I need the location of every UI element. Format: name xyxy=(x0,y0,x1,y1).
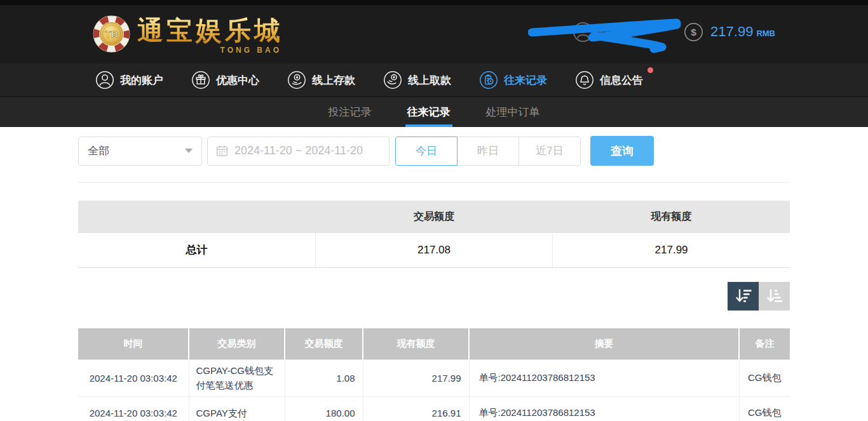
deposit-icon xyxy=(287,70,306,90)
currency-label: RMB xyxy=(756,29,775,38)
wallet-balance[interactable]: $ 217.99 RMB xyxy=(684,22,775,42)
username: chengo xyxy=(600,25,639,39)
summary-total-label: 总计 xyxy=(78,233,315,267)
promo-gift-icon xyxy=(191,70,210,90)
cell-time: 2024-11-20 03:03:42 xyxy=(78,397,189,421)
sort-descending-icon xyxy=(735,288,752,304)
main-content: 全部 2024-11-20 ~ 2024-11-20 今日 昨日 近7日 查询 xyxy=(78,136,790,421)
summary-total-row: 总计 217.08 217.99 xyxy=(78,233,790,267)
withdraw-icon xyxy=(383,70,402,90)
col-header-balance: 现有额度 xyxy=(363,328,469,360)
summary-current-total: 217.99 xyxy=(553,233,790,267)
range-label: 昨日 xyxy=(477,144,499,158)
subtab-label: 往来记录 xyxy=(407,105,451,119)
cell-time: 2024-11-20 03:03:42 xyxy=(78,360,189,397)
sort-ascending-icon xyxy=(766,288,783,304)
calendar-icon xyxy=(216,145,228,157)
col-header-time: 时间 xyxy=(78,328,189,360)
tab-pending-orders[interactable]: 处理中订单 xyxy=(484,97,542,127)
tab-betting-records[interactable]: 投注记录 xyxy=(327,97,374,127)
sort-controls xyxy=(78,282,790,311)
logo-text: 通宝娱乐城 TONG BAO xyxy=(137,14,283,53)
search-button[interactable]: 查询 xyxy=(590,136,654,166)
col-header-note: 备注 xyxy=(739,328,790,360)
filter-bar: 全部 2024-11-20 ~ 2024-11-20 今日 昨日 近7日 查询 xyxy=(78,136,790,166)
cell-balance: 217.99 xyxy=(363,360,469,397)
records-header-row: 时间 交易类别 交易额度 现有额度 摘要 备注 xyxy=(78,328,790,360)
dollar-coin-icon: $ xyxy=(684,22,703,42)
summary-header-row: 交易额度 现有额度 xyxy=(78,201,790,233)
tab-transaction-records[interactable]: 往来记录 xyxy=(405,97,452,127)
nav-label: 线上存款 xyxy=(312,73,355,88)
nav-item-deposit[interactable]: 线上存款 xyxy=(287,70,355,90)
summary-table: 交易额度 现有额度 总计 217.08 217.99 xyxy=(78,201,790,268)
subtab-label: 投注记录 xyxy=(329,105,372,119)
cell-note: CG钱包 xyxy=(739,397,790,421)
records-table: 时间 交易类别 交易额度 现有额度 摘要 备注 2024-11-20 03:03… xyxy=(78,328,790,421)
records-icon xyxy=(479,70,498,90)
top-header: TB 通宝娱乐城 TONG BAO chengo $ 217.99 RMB xyxy=(0,0,868,63)
col-header-type: 交易类别 xyxy=(189,328,285,360)
sort-ascending-button[interactable] xyxy=(759,282,790,311)
range-label: 近7日 xyxy=(536,144,563,158)
main-navigation: 我的账户 优惠中心 线上存款 线上取款 xyxy=(0,63,868,97)
subtab-label: 处理中订单 xyxy=(486,105,540,119)
category-select[interactable]: 全部 xyxy=(78,137,202,166)
account-area: chengo $ 217.99 RMB xyxy=(573,0,775,63)
nav-label: 我的账户 xyxy=(120,73,163,88)
range-button-today[interactable]: 今日 xyxy=(395,137,458,166)
nav-item-transaction-records[interactable]: 往来记录 xyxy=(479,70,547,90)
user-avatar-icon xyxy=(573,22,593,43)
record-subtabs: 投注记录 往来记录 处理中订单 xyxy=(0,97,868,127)
nav-label: 往来记录 xyxy=(504,73,547,88)
nav-item-my-account[interactable]: 我的账户 xyxy=(95,70,163,90)
cell-type: CGPAY-CG钱包支付笔笔送优惠 xyxy=(189,360,285,397)
poker-chip-logo-icon: TB xyxy=(92,15,131,53)
user-group[interactable]: chengo xyxy=(573,22,639,43)
site-name-latin: TONG BAO xyxy=(220,46,281,55)
nav-item-promotions[interactable]: 优惠中心 xyxy=(191,70,259,90)
category-selected-value: 全部 xyxy=(88,144,109,158)
col-header-summary: 摘要 xyxy=(469,328,739,360)
summary-header-transaction: 交易额度 xyxy=(315,201,552,233)
summary-header-current: 现有额度 xyxy=(553,201,790,233)
site-name: 通宝娱乐城 xyxy=(137,14,283,47)
bell-icon xyxy=(575,70,594,90)
chip-monogram: TB xyxy=(105,29,118,39)
chevron-down-icon xyxy=(185,149,193,153)
sort-descending-button[interactable] xyxy=(728,282,759,311)
date-range-input[interactable]: 2024-11-20 ~ 2024-11-20 xyxy=(207,137,390,166)
cell-summary: 单号:202411203786812153 xyxy=(469,360,739,397)
nav-label: 优惠中心 xyxy=(216,73,259,88)
range-button-yesterday[interactable]: 昨日 xyxy=(457,137,519,166)
table-row: 2024-11-20 03:03:42 CGPAY-CG钱包支付笔笔送优惠 1.… xyxy=(78,360,790,397)
cell-amount: 1.08 xyxy=(285,360,363,397)
quick-range-group: 今日 昨日 近7日 xyxy=(395,137,581,166)
summary-transaction-total: 217.08 xyxy=(315,233,552,267)
nav-label: 信息公告 xyxy=(600,73,643,88)
cell-note: CG钱包 xyxy=(739,360,790,397)
summary-header-spacer xyxy=(78,201,315,233)
date-range-value: 2024-11-20 ~ 2024-11-20 xyxy=(234,144,363,157)
cell-type: CGPAY支付 xyxy=(189,397,285,421)
nav-item-announcements[interactable]: 信息公告 xyxy=(575,70,643,90)
account-icon xyxy=(95,70,114,90)
nav-item-withdraw[interactable]: 线上取款 xyxy=(383,70,451,90)
cell-balance: 216.91 xyxy=(363,397,469,421)
table-row: 2024-11-20 03:03:42 CGPAY支付 180.00 216.9… xyxy=(78,397,790,421)
range-label: 今日 xyxy=(416,144,437,158)
notification-dot xyxy=(648,67,653,73)
site-logo[interactable]: TB 通宝娱乐城 TONG BAO xyxy=(92,14,283,53)
section-divider xyxy=(78,182,790,183)
cell-summary: 单号:202411203786812153 xyxy=(469,397,739,421)
nav-label: 线上取款 xyxy=(408,73,451,88)
col-header-amount: 交易额度 xyxy=(285,328,363,360)
svg-text:$: $ xyxy=(691,27,696,37)
cell-amount: 180.00 xyxy=(285,397,363,421)
range-button-last7days[interactable]: 近7日 xyxy=(519,137,581,166)
balance-amount: 217.99 xyxy=(710,23,753,40)
